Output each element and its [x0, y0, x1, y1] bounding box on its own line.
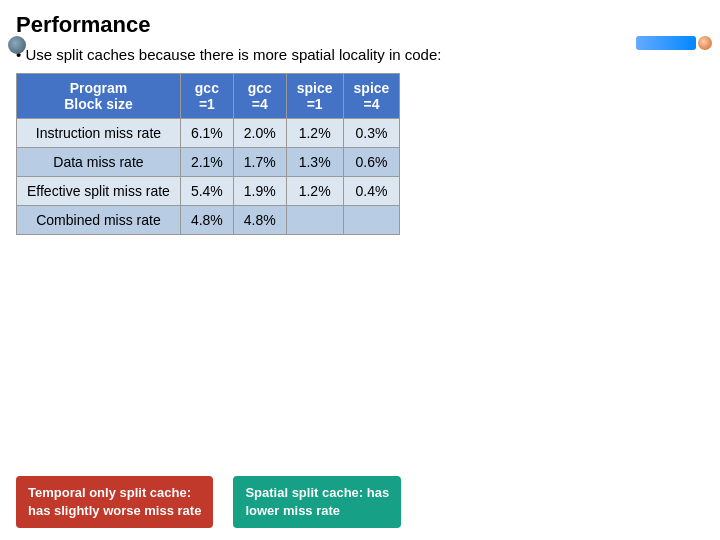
spatial-label: Spatial split cache: has lower miss rate — [233, 476, 401, 528]
cell-3-3 — [343, 206, 400, 235]
spatial-line2: lower miss rate — [245, 503, 340, 518]
spatial-line1: Spatial split cache: has — [245, 485, 389, 500]
row-label-0: Instruction miss rate — [17, 119, 181, 148]
deco-circle — [8, 36, 26, 54]
page-title: Performance — [16, 12, 704, 38]
cell-2-3: 0.4% — [343, 177, 400, 206]
cell-3-2 — [286, 206, 343, 235]
cell-2-0: 5.4% — [180, 177, 233, 206]
table-row: Data miss rate 2.1% 1.7% 1.3% 0.6% — [17, 148, 400, 177]
col-header-3: spice=1 — [286, 74, 343, 119]
cell-1-3: 0.6% — [343, 148, 400, 177]
performance-table: ProgramBlock size gcc=1 gcc=4 spice=1 sp… — [16, 73, 400, 235]
cell-0-1: 2.0% — [233, 119, 286, 148]
top-left-decoration — [8, 36, 26, 54]
cell-1-2: 1.3% — [286, 148, 343, 177]
table-row: Effective split miss rate 5.4% 1.9% 1.2%… — [17, 177, 400, 206]
deco-bar — [636, 36, 696, 50]
cell-2-1: 1.9% — [233, 177, 286, 206]
cell-0-0: 6.1% — [180, 119, 233, 148]
cell-1-1: 1.7% — [233, 148, 286, 177]
cell-1-0: 2.1% — [180, 148, 233, 177]
table-wrapper: ProgramBlock size gcc=1 gcc=4 spice=1 sp… — [16, 73, 704, 235]
col-header-4: spice=4 — [343, 74, 400, 119]
cell-2-2: 1.2% — [286, 177, 343, 206]
temporal-line1: Temporal only split cache: — [28, 485, 191, 500]
bottom-labels: Temporal only split cache: has slightly … — [16, 476, 401, 528]
deco-circle-sm — [698, 36, 712, 50]
cell-3-1: 4.8% — [233, 206, 286, 235]
page: Performance • Use split caches because t… — [0, 0, 720, 540]
row-label-1: Data miss rate — [17, 148, 181, 177]
cell-0-3: 0.3% — [343, 119, 400, 148]
col-header-0: ProgramBlock size — [17, 74, 181, 119]
col-header-2: gcc=4 — [233, 74, 286, 119]
temporal-label: Temporal only split cache: has slightly … — [16, 476, 213, 528]
row-label-3: Combined miss rate — [17, 206, 181, 235]
temporal-line2: has slightly worse miss rate — [28, 503, 201, 518]
col-header-1: gcc=1 — [180, 74, 233, 119]
cell-3-0: 4.8% — [180, 206, 233, 235]
table-row: Combined miss rate 4.8% 4.8% — [17, 206, 400, 235]
row-label-2: Effective split miss rate — [17, 177, 181, 206]
top-right-decoration — [636, 36, 712, 50]
cell-0-2: 1.2% — [286, 119, 343, 148]
subtitle: • Use split caches because there is more… — [16, 46, 704, 63]
table-row: Instruction miss rate 6.1% 2.0% 1.2% 0.3… — [17, 119, 400, 148]
